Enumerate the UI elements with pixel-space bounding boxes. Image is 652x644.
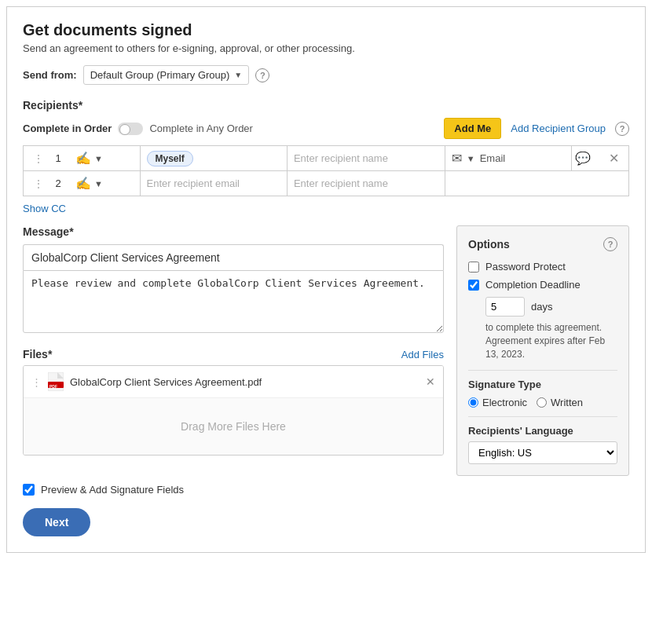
complete-order-toggle[interactable] <box>118 123 143 135</box>
row2-email-type <box>445 171 628 196</box>
row1-name[interactable]: Enter recipient name <box>287 146 445 171</box>
right-column: Options ? Password Protect Completion De… <box>456 225 629 476</box>
completion-deadline-checkbox[interactable] <box>468 280 479 291</box>
recipient-name-placeholder: Enter recipient name <box>294 177 388 189</box>
electronic-label: Electronic <box>482 397 527 408</box>
files-section: Files* Add Files ⋮ PDF <box>23 348 444 456</box>
file-drag-handle-icon[interactable]: ⋮ <box>31 376 42 388</box>
files-section-label: Files* <box>23 348 52 360</box>
file-item: ⋮ PDF GlobalCorp Client Services Agreeme… <box>24 366 443 398</box>
deadline-days-row: days <box>485 297 617 317</box>
divider <box>468 370 617 371</box>
email-envelope-icon: ✉ <box>452 151 462 166</box>
send-from-label: Send from: <box>23 69 77 81</box>
row1-drag: ⋮ <box>24 146 48 171</box>
password-protect-checkbox[interactable] <box>468 262 479 273</box>
days-input[interactable] <box>485 297 525 317</box>
row-number: 2 <box>55 177 60 189</box>
written-option[interactable]: Written <box>537 397 583 408</box>
row2-drag: ⋮ <box>24 171 48 196</box>
signature-type-row: Electronic Written <box>468 397 617 408</box>
row2-name[interactable]: Enter recipient name <box>287 171 445 196</box>
main-layout: Message* Please review and complete Glob… <box>23 225 629 476</box>
drag-zone-label: Drag More Files Here <box>181 420 286 433</box>
close-row1-icon[interactable]: ✕ <box>606 152 622 165</box>
files-header: Files* Add Files <box>23 348 444 360</box>
recipients-help-icon[interactable]: ? <box>615 122 629 136</box>
message-section-label: Message* <box>23 225 444 238</box>
recipients-language-label: Recipients' Language <box>468 425 617 437</box>
role-sign-icon: ✍ <box>75 176 91 191</box>
recipient-name-placeholder: Enter recipient name <box>294 152 388 164</box>
file-close-icon[interactable]: ✕ <box>426 375 435 388</box>
recipients-header: Complete in Order Complete in Any Order … <box>23 118 629 139</box>
row1-close[interactable]: ✕ <box>599 146 629 171</box>
deadline-description: to complete this agreement. Agreement ex… <box>485 321 617 360</box>
show-cc-link[interactable]: Show CC <box>23 203 66 214</box>
role-dropdown-arrow[interactable]: ▼ <box>94 179 103 188</box>
row2-num: 2 <box>47 171 69 196</box>
message-title-input[interactable] <box>23 244 444 270</box>
next-button[interactable]: Next <box>23 508 90 536</box>
options-title: Options <box>468 238 510 251</box>
row-number: 1 <box>55 152 60 164</box>
completion-deadline-label: Completion Deadline <box>485 279 581 291</box>
email-type-label: Email <box>480 152 506 164</box>
complete-order-row: Complete in Order Complete in Any Order <box>23 123 253 135</box>
complete-any-order-label: Complete in Any Order <box>149 123 253 134</box>
table-row: ⋮ 2 ✍ ▼ Enter recipient email Enter reci… <box>24 171 629 196</box>
send-from-row: Send from: Default Group (Primary Group)… <box>23 65 629 85</box>
files-box: ⋮ PDF GlobalCorp Client Services Agreeme… <box>23 365 444 456</box>
myself-badge: Myself <box>147 151 193 166</box>
page-subtitle: Send an agreement to others for e-signin… <box>23 42 629 54</box>
electronic-radio[interactable] <box>468 397 478 408</box>
written-label: Written <box>551 397 583 408</box>
signature-type-label: Signature Type <box>468 379 617 390</box>
email-type-dropdown-arrow[interactable]: ▼ <box>467 154 475 163</box>
completion-deadline-row: Completion Deadline <box>468 279 617 291</box>
drag-handle-icon[interactable]: ⋮ <box>30 152 47 165</box>
add-files-link[interactable]: Add Files <box>401 349 444 360</box>
add-recipient-group-button[interactable]: Add Recipient Group <box>507 119 609 138</box>
row1-email: Myself <box>140 146 287 171</box>
row1-message[interactable]: 💬 <box>571 146 599 171</box>
send-from-dropdown-arrow: ▼ <box>234 71 242 79</box>
pdf-icon: PDF <box>48 372 64 391</box>
options-header: Options ? <box>468 237 617 251</box>
preview-row: Preview & Add Signature Fields <box>23 484 629 496</box>
send-from-value: Default Group (Primary Group) <box>90 69 230 81</box>
table-row: ⋮ 1 ✍ ▼ Myself Enter recipient name <box>24 146 629 171</box>
language-select[interactable]: English: US English: UK French German Sp… <box>468 441 617 464</box>
file-name: GlobalCorp Client Services Agreement.pdf <box>70 376 419 388</box>
row1-num: 1 <box>47 146 69 171</box>
divider2 <box>468 416 617 417</box>
left-column: Message* Please review and complete Glob… <box>23 225 444 467</box>
password-protect-row: Password Protect <box>468 261 617 273</box>
password-protect-label: Password Protect <box>485 261 566 273</box>
svg-text:PDF: PDF <box>49 384 57 389</box>
preview-checkbox[interactable] <box>23 484 35 496</box>
row2-email[interactable]: Enter recipient email <box>140 171 287 196</box>
recipient-email-placeholder: Enter recipient email <box>147 177 240 189</box>
recipients-table: ⋮ 1 ✍ ▼ Myself Enter recipient name <box>23 145 629 196</box>
row1-role[interactable]: ✍ ▼ <box>69 146 140 171</box>
written-radio[interactable] <box>537 397 547 408</box>
header-buttons: Add Me Add Recipient Group ? <box>444 118 629 139</box>
send-from-help-icon[interactable]: ? <box>255 68 269 82</box>
message-section: Message* Please review and complete Glob… <box>23 225 444 335</box>
row1-email-type[interactable]: ✉ ▼ Email <box>445 146 571 171</box>
message-body-textarea[interactable]: Please review and complete GlobalCorp Cl… <box>23 270 444 333</box>
preview-label: Preview & Add Signature Fields <box>41 484 184 496</box>
electronic-option[interactable]: Electronic <box>468 397 527 408</box>
role-dropdown-arrow[interactable]: ▼ <box>94 154 103 163</box>
options-help-icon[interactable]: ? <box>603 237 617 251</box>
send-from-select[interactable]: Default Group (Primary Group) ▼ <box>83 65 250 85</box>
complete-order-label: Complete in Order <box>23 123 112 134</box>
drag-handle-icon[interactable]: ⋮ <box>30 177 47 190</box>
row2-role[interactable]: ✍ ▼ <box>69 171 140 196</box>
options-panel: Options ? Password Protect Completion De… <box>456 225 629 476</box>
add-me-button[interactable]: Add Me <box>444 118 501 139</box>
drag-zone[interactable]: Drag More Files Here <box>24 398 443 455</box>
days-label: days <box>531 301 552 313</box>
message-bubble-icon[interactable]: 💬 <box>575 152 591 165</box>
